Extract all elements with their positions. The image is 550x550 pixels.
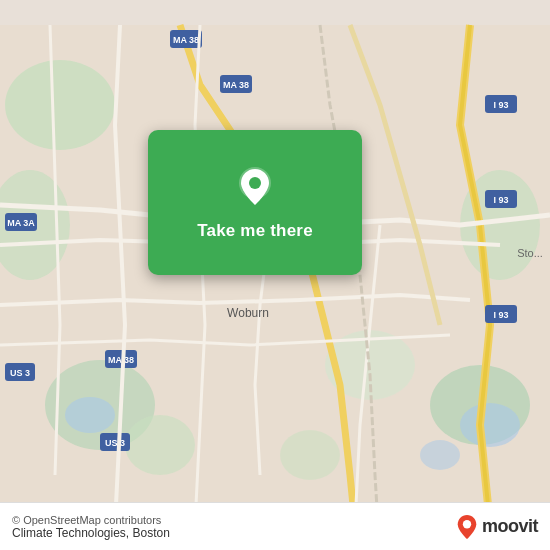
- svg-text:MA 38: MA 38: [173, 35, 199, 45]
- svg-point-33: [249, 177, 261, 189]
- svg-point-6: [125, 415, 195, 475]
- svg-text:US 3: US 3: [105, 438, 125, 448]
- svg-point-10: [460, 403, 520, 447]
- location-pin-icon: [233, 165, 277, 209]
- bottom-bar: © OpenStreetMap contributors Climate Tec…: [0, 502, 550, 550]
- action-card[interactable]: Take me there: [148, 130, 362, 275]
- svg-point-11: [420, 440, 460, 470]
- take-me-there-button[interactable]: Take me there: [197, 221, 313, 241]
- svg-point-1: [5, 60, 115, 150]
- svg-text:Sto...: Sto...: [517, 247, 543, 259]
- svg-point-8: [280, 430, 340, 480]
- moovit-logo: moovit: [456, 514, 538, 540]
- svg-text:US 3: US 3: [10, 368, 30, 378]
- moovit-text: moovit: [482, 516, 538, 537]
- svg-point-9: [65, 397, 115, 433]
- moovit-pin-icon: [456, 514, 478, 540]
- app-title: Climate Technologies, Boston: [12, 526, 170, 540]
- svg-text:MA 3A: MA 3A: [7, 218, 35, 228]
- map-container: I 93 I 93 I 93 MA 38 MA 38 MA 38 MA 3A U…: [0, 0, 550, 550]
- map-background: I 93 I 93 I 93 MA 38 MA 38 MA 38 MA 3A U…: [0, 0, 550, 550]
- svg-text:MA 38: MA 38: [108, 355, 134, 365]
- svg-text:I 93: I 93: [493, 100, 508, 110]
- bottom-left-info: © OpenStreetMap contributors Climate Tec…: [12, 514, 170, 540]
- copyright-text: © OpenStreetMap contributors: [12, 514, 170, 526]
- svg-text:I 93: I 93: [493, 195, 508, 205]
- svg-text:Woburn: Woburn: [227, 306, 269, 320]
- svg-text:MA 38: MA 38: [223, 80, 249, 90]
- svg-text:I 93: I 93: [493, 310, 508, 320]
- svg-point-34: [463, 520, 471, 528]
